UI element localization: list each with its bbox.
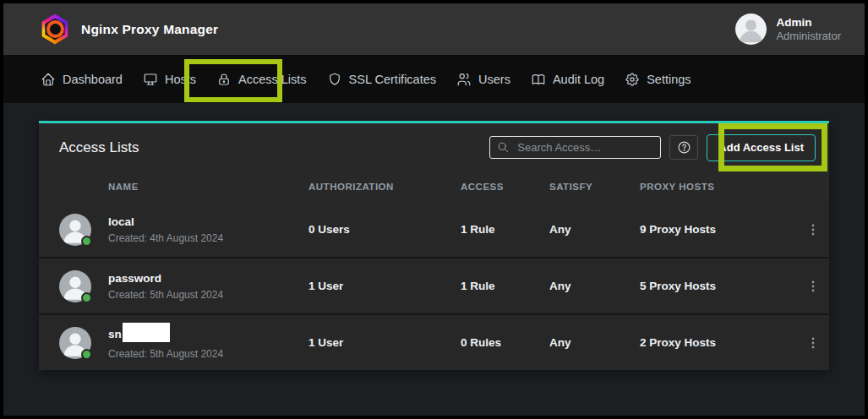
column-header-name: Name [108,182,308,192]
user-avatar [735,14,767,45]
access-value: 1 Rule [461,280,549,292]
page-content: Access Lists Add Access List Name [3,103,865,416]
nav-item-hosts[interactable]: Hosts [133,65,206,94]
satisfy-value: Any [549,223,640,236]
nav-item-dashboard[interactable]: Dashboard [30,65,133,94]
access-list-name: sn [108,325,308,345]
table-row: local Created: 4th August 2024 0 Users 1… [39,202,829,257]
proxy-hosts-value: 9 Proxy Hosts [640,223,802,236]
table-row: sn Created: 5th August 2024 1 User 0 Rul… [39,315,829,370]
user-name: Admin [776,15,841,30]
status-online-dot [81,292,92,303]
help-button[interactable] [669,135,698,160]
nav-item-audit-log[interactable]: Audit Log [521,65,614,94]
authorization-value: 0 Users [308,223,461,236]
user-menu[interactable]: Admin Administrator [735,14,841,45]
home-icon [41,72,56,87]
authorization-value: 1 User [308,336,461,349]
users-icon [456,72,472,87]
nav-label: Settings [647,73,691,86]
kebab-menu-icon [806,223,820,237]
book-icon [531,72,546,87]
proxy-hosts-value: 5 Proxy Hosts [640,280,802,292]
proxy-hosts-value: 2 Proxy Hosts [640,336,802,349]
access-value: 0 Rules [461,336,549,349]
access-list-created: Created: 4th August 2024 [108,231,308,245]
authorization-value: 1 User [308,280,461,292]
nav-item-access-lists[interactable]: Access Lists [206,65,317,94]
nav-label: Access Lists [238,73,307,86]
gear-icon [625,72,640,87]
table-header-row: Name Authorization Access Satisfy Proxy … [39,171,829,202]
panel-header: Access Lists Add Access List [39,123,829,171]
access-value: 1 Rule [461,223,549,236]
nginx-proxy-manager-logo-icon [41,14,69,45]
lock-icon [216,72,232,87]
nav-label: Hosts [165,73,196,86]
status-online-dot [81,349,92,360]
nav-item-ssl-certificates[interactable]: SSL Certificates [317,65,446,94]
table-row: password Created: 5th August 2024 1 User… [39,258,829,313]
access-lists-table: Name Authorization Access Satisfy Proxy … [39,171,829,370]
nav-item-settings[interactable]: Settings [614,65,701,94]
monitor-icon [143,72,158,87]
access-list-name: local [108,215,308,229]
app-header: Nginx Proxy Manager Admin Administrator [3,3,865,55]
row-actions-menu-button[interactable] [802,332,824,354]
access-lists-panel: Access Lists Add Access List Name [39,121,829,370]
help-icon [677,140,691,155]
panel-title: Access Lists [59,139,139,156]
nav-label: Dashboard [63,73,123,86]
app-title: Nginx Proxy Manager [81,22,218,37]
person-icon [735,14,767,45]
row-actions-menu-button[interactable] [802,219,824,241]
nav-label: Audit Log [553,73,604,86]
nav-label: Users [478,73,510,86]
access-list-created: Created: 5th August 2024 [108,347,308,361]
nav-item-users[interactable]: Users [446,65,521,94]
satisfy-value: Any [549,280,640,292]
nav-label: SSL Certificates [349,73,436,86]
kebab-menu-icon [806,280,820,293]
app-window: Nginx Proxy Manager Admin Administrator … [0,0,868,419]
satisfy-value: Any [549,336,640,349]
user-role: Administrator [776,30,841,43]
column-header-satisfy: Satisfy [549,182,640,192]
redaction-overlay [123,323,170,342]
main-nav: Dashboard Hosts Access Lists SSL Certifi… [3,55,865,103]
kebab-menu-icon [806,336,820,350]
access-list-created: Created: 5th August 2024 [108,288,308,302]
add-access-list-button[interactable]: Add Access List [707,134,816,161]
search-input[interactable] [489,136,661,159]
access-list-name: password [108,271,308,286]
column-header-proxy-hosts: Proxy Hosts [640,182,802,192]
shield-icon [327,72,342,87]
column-header-authorization: Authorization [308,182,461,192]
column-header-access: Access [461,182,549,192]
search-box [489,136,661,159]
status-online-dot [81,236,92,247]
row-actions-menu-button[interactable] [802,275,824,297]
